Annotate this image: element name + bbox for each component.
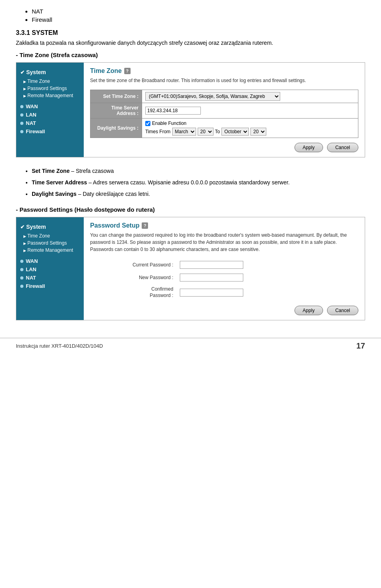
sidebar-lan[interactable]: LAN [20,111,80,119]
confirmed-password-input-cell [177,284,332,301]
section-heading: 3.3.1 SYSTEM [16,29,365,36]
desc-time-server: Time Server Address – Adres serwera czas… [32,178,365,187]
firewall-dot [20,130,23,133]
sidebar-nat[interactable]: NAT [20,119,80,127]
pwd-sidebar-nat[interactable]: NAT [20,274,80,282]
pwd-sidebar-item-remote-management[interactable]: Remote Management [23,247,84,254]
timezone-apply-btn[interactable]: Apply [294,143,323,152]
daylight-savings-row: Daylight Savings : Enable Function Times… [90,119,358,138]
sidebar-item-password-settings[interactable]: Password Settings [23,85,84,92]
new-password-label: New Password : [117,271,177,284]
time-server-row: Time ServerAddress : [90,103,358,119]
daylight-enable: Enable Function [145,121,355,126]
footer-text: Instrukcja ruter XRT-401D/402D/104D [16,343,103,349]
password-main-panel: Password Setup ? You can change the pass… [84,217,365,320]
pwd-wan-dot [20,260,23,263]
intro-bullet-list: NAT Firewall [32,8,365,23]
bullet-firewall: Firewall [32,16,365,23]
timezone-main-panel: Time Zone ? Set the time zone of the Bro… [84,63,365,157]
set-timezone-row: Set Time Zone : (GMT+01:00)Sarajevo, Sko… [90,90,358,103]
password-check-icon: ✔ [20,224,25,230]
password-apply-btn[interactable]: Apply [294,306,323,315]
password-btn-row: Apply Cancel [90,306,358,315]
password-panel: ✔ System Time Zone Password Settings Rem… [16,217,365,320]
confirmed-password-input[interactable] [180,289,243,297]
pwd-firewall-dot [20,285,23,288]
password-sidebar-submenu: Time Zone Password Settings Remote Manag… [16,232,84,254]
check-icon: ✔ [20,69,25,75]
new-password-input-cell [177,271,332,284]
password-sidebar-main-links: WAN LAN NAT Firewall [16,254,84,290]
daylight-times: Times From March 20 To October [145,128,355,136]
bullet-nat: NAT [32,8,365,15]
pwd-sidebar-wan[interactable]: WAN [20,257,80,265]
month-to-select[interactable]: October [221,128,249,136]
set-timezone-label: Set Time Zone : [90,90,142,103]
password-subsection-label: - Password Settings (Hasło dostępowe do … [16,206,365,213]
nat-dot [20,122,23,125]
timezone-sidebar: ✔ System Time Zone Password Settings Rem… [16,63,84,157]
sidebar-item-time-zone[interactable]: Time Zone [23,78,84,85]
password-form-table: Current Password : New Password : Confir… [117,259,332,301]
password-help-icon[interactable]: ? [142,222,148,229]
lan-dot [20,113,23,117]
password-cancel-btn[interactable]: Cancel [327,306,358,315]
sidebar-wan[interactable]: WAN [20,102,80,111]
sidebar-firewall[interactable]: Firewall [20,127,80,136]
daylight-savings-label: Daylight Savings : [90,119,142,138]
timezone-cancel-btn[interactable]: Cancel [327,143,358,152]
pwd-sidebar-lan[interactable]: LAN [20,265,80,274]
password-sidebar: ✔ System Time Zone Password Settings Rem… [16,217,84,320]
day-to-select[interactable]: 20 [250,128,266,136]
time-server-input[interactable] [145,107,201,115]
sidebar-main-links: WAN LAN NAT Firewall [16,99,84,136]
pwd-lan-dot [20,268,23,271]
timezone-btn-row: Apply Cancel [90,143,358,152]
desc-daylight-savings: Daylight Savings – Daty określające czas… [32,190,365,198]
timezone-form-table: Set Time Zone : (GMT+01:00)Sarajevo, Sko… [90,90,358,138]
pwd-nat-dot [20,276,23,280]
timezone-panel-title: Time Zone ? [90,67,358,75]
current-password-row: Current Password : [117,259,332,271]
confirmed-password-row: ConfirmedPassword : [117,284,332,301]
timezone-panel: ✔ System Time Zone Password Settings Rem… [16,62,365,157]
wan-dot [20,105,23,108]
current-password-label: Current Password : [117,259,177,271]
password-panel-title: Password Setup ? [90,222,358,229]
month-from-select[interactable]: March [172,128,196,136]
footer-page: 17 [356,341,365,351]
time-server-value [142,103,358,119]
timezone-select[interactable]: (GMT+01:00)Sarajevo, Skopje, Sofija, War… [145,92,280,101]
sidebar-item-remote-management[interactable]: Remote Management [23,92,84,99]
pwd-sidebar-item-time-zone[interactable]: Time Zone [23,232,84,239]
day-from-select[interactable]: 20 [198,128,214,136]
new-password-row: New Password : [117,271,332,284]
timezone-panel-desc: Set the time zone of the Broadband route… [90,77,358,84]
timezone-help-icon[interactable]: ? [124,68,131,74]
current-password-input[interactable] [180,261,243,269]
pwd-sidebar-item-password-settings[interactable]: Password Settings [23,239,84,247]
daylight-savings-value: Enable Function Times From March 20 [142,119,358,138]
confirmed-password-label: ConfirmedPassword : [117,284,177,301]
time-server-label: Time ServerAddress : [90,103,142,119]
desc-set-time-zone: Set Time Zone – Strefa czasowa [32,167,365,175]
pwd-sidebar-firewall[interactable]: Firewall [20,282,80,290]
timezone-desc-list: Set Time Zone – Strefa czasowa Time Serv… [32,167,365,198]
footer: Instrukcja ruter XRT-401D/402D/104D 17 [0,338,381,354]
daylight-row: Enable Function Times From March 20 [145,121,355,136]
set-timezone-value: (GMT+01:00)Sarajevo, Skopje, Sofija, War… [142,90,358,103]
password-sidebar-system-label: ✔ System [16,221,84,232]
timezone-subsection-label: - Time Zone (Strefa czasowa) [16,52,365,58]
sidebar-system-label: ✔ System [16,67,84,78]
password-panel-desc: You can change the password required to … [90,232,358,253]
sidebar-submenu: Time Zone Password Settings Remote Manag… [16,78,84,99]
daylight-enable-checkbox[interactable] [145,121,150,126]
section-description: Zakładka ta pozwala na skonfigurowanie d… [16,40,365,46]
current-password-input-cell [177,259,332,271]
new-password-input[interactable] [180,274,243,282]
